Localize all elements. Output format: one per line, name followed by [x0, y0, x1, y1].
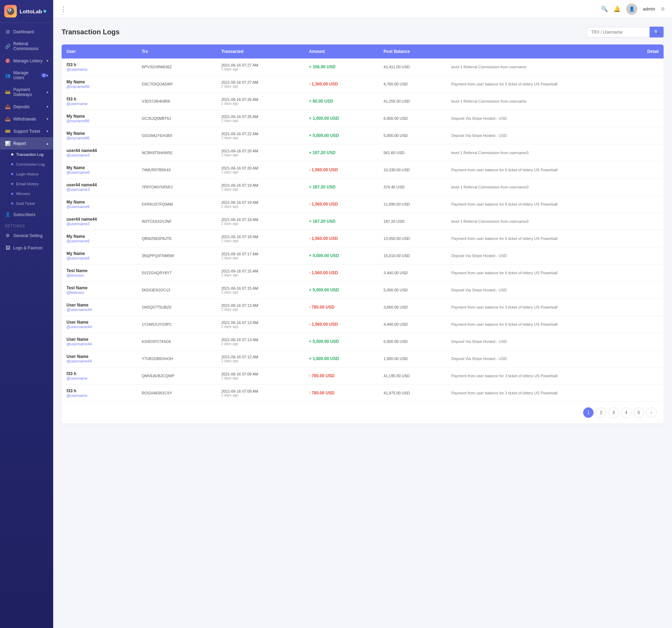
user-handle[interactable]: @username [66, 102, 132, 106]
bell-icon[interactable]: 🔔 [614, 6, 621, 12]
cell-user: Test Name @testuser [62, 282, 137, 299]
topbar-settings-icon[interactable]: ⚙ [661, 6, 665, 12]
sidebar-item-gateways[interactable]: 💳 Payment Gateways ▾ [0, 84, 53, 101]
user-handle[interactable]: @testuser [66, 273, 132, 277]
cell-detail: Payment from user balance for 6 ticket o… [446, 196, 664, 213]
sidebar-item-label: Deposits [13, 104, 30, 109]
user-handle[interactable]: @username [66, 393, 132, 398]
sidebar-item-users[interactable]: 👥 Manage Users 1 ▾ [0, 67, 53, 84]
sidebar-item-sold-ticket[interactable]: Sold Ticket [0, 199, 53, 208]
search-input[interactable] [587, 27, 650, 37]
user-handle[interactable]: @username6 [66, 170, 132, 174]
user-handle[interactable]: @username44 [66, 342, 132, 346]
cell-trx: V3D37J8HK8RK [137, 93, 216, 110]
detail-text: Payment from user balance for 3 ticket o… [451, 391, 557, 395]
amount-value: - 780.00 USD [309, 373, 335, 378]
page-btn-5[interactable]: 5 [634, 407, 644, 418]
sidebar-item-transaction-log[interactable]: Transaction Log [0, 150, 53, 159]
user-handle[interactable]: @username44 [66, 325, 132, 329]
user-handle[interactable]: @username [66, 67, 132, 71]
cell-amount: + 5,000.00 USD [304, 333, 379, 350]
trx-code: 3NQPPQ4TNM5W [142, 254, 174, 258]
page-btn-4[interactable]: 4 [621, 407, 631, 418]
sidebar-item-commission-log[interactable]: Commission Log [0, 159, 53, 169]
user-handle[interactable]: @username3 [66, 222, 132, 226]
amount-value: - 1,560.00 USD [309, 322, 338, 327]
sidebar-item-subscribers[interactable]: 👤 Subscribers [0, 208, 53, 221]
transaction-table: User Trx Transacted Amount Post Balance … [62, 44, 664, 402]
topbar: ⋮ 🔍 🔔 👤 admin ⚙ [53, 0, 672, 18]
cell-user: user44 name44 @username3 [62, 179, 137, 196]
user-handle[interactable]: @username6 [66, 205, 132, 209]
user-handle[interactable]: @username3 [66, 153, 132, 157]
cell-trx: ROGH483N1C6Y [137, 385, 216, 402]
sidebar-item-winners[interactable]: Winners [0, 189, 53, 199]
amount-value: + 5,000.00 USD [309, 133, 339, 138]
settings-section-label: SETTINGS [0, 221, 53, 229]
cell-post-balance: 4,700.00 USD [379, 76, 447, 93]
user-name: user44 name44 [66, 217, 132, 222]
cell-detail: Payment from user balance for 3 ticket o… [446, 299, 664, 316]
cell-amount: - 1,560.00 USD [304, 196, 379, 213]
user-handle[interactable]: @username [66, 376, 132, 380]
cell-transacted: 2021-06-16 07:19 AM 2 days ago [216, 196, 304, 213]
trans-ago: 2 days ago [221, 205, 299, 208]
cell-post-balance: 41,195.00 USD [379, 367, 447, 385]
user-handle[interactable]: @username3 [66, 187, 132, 192]
user-handle[interactable]: @username6 [66, 239, 132, 243]
amount-value: - 1,560.00 USD [309, 270, 338, 275]
sidebar-item-deposits[interactable]: 📥 Deposits ▾ [0, 101, 53, 113]
trans-ago: 2 days ago [221, 153, 299, 157]
cell-detail: level 1 Referral Commission from usernam… [446, 144, 664, 161]
sidebar-item-support[interactable]: 🎫 Support Ticket ▾ [0, 125, 53, 137]
page-next-btn[interactable]: › [646, 407, 657, 418]
sidebar-item-logo-favicon[interactable]: 🖼 Logo & Favicon [0, 242, 53, 254]
sidebar-item-report[interactable]: 📊 Report ▴ [0, 137, 53, 150]
user-handle[interactable]: @testuser [66, 290, 132, 295]
sidebar-item-login-history[interactable]: Login History [0, 169, 53, 179]
user-handle[interactable]: @username44 [66, 308, 132, 312]
table-header-row: User Trx Transacted Amount Post Balance … [62, 44, 664, 58]
trx-code: 7P8YOWVXR5RJ [142, 185, 173, 189]
user-handle[interactable]: @username6 [66, 256, 132, 260]
cell-trx: W3TC6SX2VJNF [137, 213, 216, 230]
sidebar-item-email-history[interactable]: Email History [0, 179, 53, 189]
cell-detail: Payment from user balance for 6 ticket o… [446, 264, 664, 282]
user-handle[interactable]: @myname86 [66, 119, 132, 123]
cell-amount: + 187.20 USD [304, 213, 379, 230]
post-balance-value: 187.20 USD [384, 219, 405, 223]
expand-icon[interactable]: ⋮ [60, 5, 66, 13]
detail-text: Deposit Via Stripe Hosted - USD [451, 133, 507, 138]
user-handle[interactable]: @username44 [66, 359, 132, 363]
cell-post-balance: 13,450.00 USD [379, 230, 447, 247]
sidebar-item-dashboard[interactable]: ⊟ Dashboard [0, 26, 53, 38]
search-button[interactable]: 🔍 [650, 27, 664, 37]
sidebar-item-withdrawals[interactable]: 📤 Withdrawals ▾ [0, 113, 53, 125]
general-setting-icon: ⚙ [5, 233, 10, 238]
user-name: f33 h [66, 97, 132, 102]
cell-post-balance: 41,255.00 USD [379, 93, 447, 110]
post-balance-value: 5,000.00 USD [384, 288, 408, 292]
sidebar-item-general-setting[interactable]: ⚙ General Setting [0, 229, 53, 242]
cell-post-balance: 561.60 USD [379, 144, 447, 161]
page-btn-1[interactable]: 1 [583, 407, 594, 418]
table-row: User Name @username44 1W5Q57T5UBZ6 2021-… [62, 299, 664, 316]
dot-icon [11, 163, 13, 165]
user-handle[interactable]: @myname86 [66, 84, 132, 89]
user-handle[interactable]: @myname86 [66, 136, 132, 140]
trans-date: 2021-06-16 07:26 AM [221, 115, 299, 119]
sidebar-item-label: Withdrawals [13, 117, 36, 122]
trans-ago: 2 days ago [221, 376, 299, 380]
detail-text: Payment from user balance for 6 ticket o… [451, 322, 557, 326]
sidebar-item-referral[interactable]: 🔗 Referral Commissions [0, 38, 53, 55]
page-btn-2[interactable]: 2 [596, 407, 606, 418]
search-icon[interactable]: 🔍 [601, 6, 608, 12]
trx-code: W3TC6SX2VJNF [142, 219, 172, 223]
cell-user: My Name @username6 [62, 196, 137, 213]
trx-code: V3D37J8HK8RK [142, 99, 170, 103]
page-btn-3[interactable]: 3 [608, 407, 619, 418]
trans-date: 2021-06-16 07:27 AM [221, 80, 299, 84]
trans-ago: 2 days ago [221, 84, 299, 88]
sidebar-item-lottery[interactable]: 🎯 Manage Lottery ▾ [0, 55, 53, 67]
cell-amount: + 1,000.00 USD [304, 110, 379, 127]
